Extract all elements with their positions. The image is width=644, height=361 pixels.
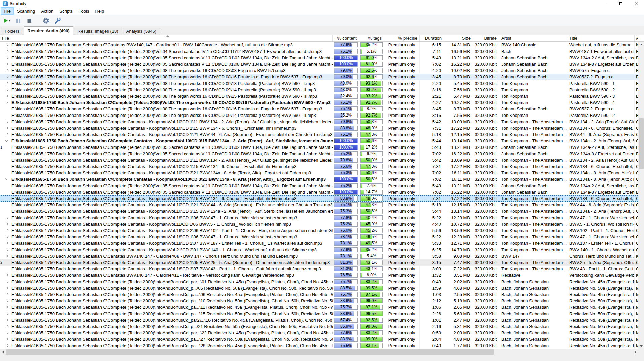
expand-icon[interactable] [6, 255, 8, 257]
column-header-content[interactable]: % content [333, 35, 359, 41]
table-row[interactable]: E:\klassiek\1685-1750 Bach Johann Sebast… [0, 291, 638, 298]
table-row[interactable]: E:\klassiek\1685-1750 Bach Johann Sebast… [0, 202, 638, 208]
scroll-right-arrow[interactable] [633, 349, 638, 355]
expand-icon[interactable] [6, 75, 8, 78]
menu-scanning[interactable]: Scanning [14, 7, 38, 15]
column-header-precise[interactable]: % precise [384, 35, 420, 41]
expand-icon[interactable] [6, 223, 8, 225]
table-row[interactable]: E:\klassiek\1685-1750 Bach Johann Sebast… [0, 119, 638, 125]
expand-icon[interactable] [6, 325, 8, 328]
table-row[interactable]: E:\klassiek\1685-1750 Bach Johann Sebast… [0, 138, 638, 144]
table-row[interactable]: E:\klassiek\1685-1750 Bach Johann Sebast… [0, 42, 638, 48]
expand-icon[interactable] [6, 312, 8, 315]
settings-button[interactable] [41, 16, 51, 25]
menu-file[interactable]: File [1, 7, 14, 15]
table-row[interactable]: E:\klassiek\1685-1750 Bach Johann Sebast… [0, 304, 638, 310]
expand-icon[interactable] [6, 120, 8, 123]
column-header-dur[interactable]: Duration [420, 35, 444, 41]
table-row[interactable]: E:\klassiek\1685-1750 Bach Johann Sebast… [0, 183, 638, 189]
vertical-scrollbar[interactable] [638, 42, 644, 349]
tab-results-audio-490[interactable]: Results: Audio (490) [24, 26, 73, 35]
column-header-title[interactable]: Title [567, 35, 635, 41]
tab-analysis-5846[interactable]: Analysis (5846) [123, 28, 160, 35]
horizontal-scrollbar[interactable] [0, 349, 638, 355]
table-row[interactable]: E:\klassiek\1685-1750 Bach Johann Sebast… [0, 234, 638, 240]
column-header-album[interactable]: Album [635, 35, 638, 41]
table-row[interactable]: E:\klassiek\1685-1750 Bach Johann Sebast… [0, 48, 638, 55]
table-row[interactable]: E:\klassiek\1685-1750 Bach Johann Sebast… [0, 176, 638, 183]
scroll-left-arrow[interactable] [0, 349, 6, 355]
column-header-tags[interactable]: % tags [359, 35, 384, 41]
table-row[interactable]: E:\klassiek\1685-1750 Bach Johann Sebast… [0, 208, 638, 215]
column-header-file[interactable]: File [0, 35, 333, 41]
menu-help[interactable]: Help [92, 7, 107, 15]
expand-icon[interactable] [6, 274, 8, 276]
horizontal-scroll-thumb[interactable] [6, 349, 494, 355]
column-header-artist[interactable]: Artist [499, 35, 567, 41]
expand-icon[interactable] [6, 95, 8, 97]
expand-icon[interactable] [6, 69, 8, 72]
expand-icon[interactable] [6, 50, 8, 53]
table-row[interactable]: E:\klassiek\1685-1750 Bach Johann Sebast… [0, 151, 638, 157]
table-row[interactable]: E:\klassiek\1685-1750 Bach Johann Sebast… [0, 87, 638, 93]
scroll-up-arrow[interactable] [638, 42, 644, 47]
expand-icon[interactable] [6, 242, 8, 244]
table-row[interactable]: E:\klassiek\1685-1750 Bach Johann Sebast… [0, 125, 638, 131]
table-row[interactable]: E:\klassiek\1685-1750 Bach Johann Sebast… [0, 189, 638, 195]
menu-action[interactable]: Action [38, 7, 56, 15]
table-row[interactable]: 1E:\klassiek\1685-1750 Bach Johann Sebas… [0, 144, 638, 151]
table-row[interactable]: E:\klassiek\1685-1750 Bach Johann Sebast… [0, 61, 638, 67]
table-row[interactable]: E:\klassiek\1685-1750 Bach Johann Sebast… [0, 131, 638, 138]
table-row[interactable]: E:\klassiek\1685-1750 Bach Johann Sebast… [0, 310, 638, 317]
expand-icon[interactable] [6, 63, 8, 65]
tab-results-images-18[interactable]: Results: Images (18) [74, 28, 122, 35]
table-row[interactable]: E:\klassiek\1685-1750 Bach Johann Sebast… [0, 93, 638, 99]
table-row[interactable]: E:\klassiek\1685-1750 Bach Johann Sebast… [0, 106, 638, 112]
table-row[interactable]: E:\klassiek\1685-1750 Bach Johann Sebast… [0, 157, 638, 163]
expand-icon[interactable] [6, 319, 8, 321]
table-row[interactable]: E:\klassiek\1685-1750 Bach Johann Sebast… [0, 215, 638, 221]
table-row[interactable]: E:\klassiek\1685-1750 Bach Johann Sebast… [0, 240, 638, 247]
table-row[interactable]: E:\klassiek\1685-1750 Bach Johann Sebast… [0, 80, 638, 87]
play-button[interactable] [2, 16, 12, 25]
expand-icon[interactable] [6, 306, 8, 308]
expand-icon[interactable] [6, 82, 8, 85]
table-row[interactable]: E:\klassiek\1685-1750 Bach Johann Sebast… [0, 227, 638, 234]
expand-icon[interactable] [6, 216, 8, 219]
table-row[interactable]: E:\klassiek\1685-1750 Bach Johann Sebast… [0, 195, 638, 202]
expand-icon[interactable] [6, 229, 8, 232]
table-row[interactable]: E:\klassiek\1685-1750 Bach Johann Sebast… [0, 336, 638, 342]
table-row[interactable]: E:\klassiek\1685-1750 Bach Johann Sebast… [0, 67, 638, 74]
expand-icon[interactable] [6, 299, 8, 302]
minimize-button[interactable] [598, 0, 613, 7]
pause-button[interactable] [13, 16, 23, 25]
table-row[interactable]: E:\klassiek\1685-1750 Bach Johann Sebast… [0, 253, 638, 259]
expand-icon[interactable] [6, 88, 8, 91]
table-row[interactable]: E:\klassiek\1685-1750 Bach Johann Sebast… [0, 74, 638, 80]
column-header-rate[interactable]: Bitrate [473, 35, 499, 41]
table-row[interactable]: E:\klassiek\1685-1750 Bach Johann Sebast… [0, 285, 638, 291]
expand-icon[interactable] [6, 43, 8, 46]
table-row[interactable]: E:\klassiek\1685-1750 Bach Johann Sebast… [0, 342, 638, 349]
repair-button[interactable] [52, 16, 62, 25]
table-row[interactable]: E:\klassiek\1685-1750 Bach Johann Sebast… [0, 247, 638, 253]
expand-icon[interactable] [6, 235, 8, 238]
table-row[interactable]: E:\klassiek\1685-1750 Bach Johann Sebast… [0, 221, 638, 227]
table-row[interactable]: E:\klassiek\1685-1750 Bach Johann Sebast… [0, 99, 638, 106]
tab-folders[interactable]: Folders [1, 28, 23, 35]
table-row[interactable]: E:\klassiek\1685-1750 Bach Johann Sebast… [0, 170, 638, 176]
expand-icon[interactable] [6, 133, 8, 136]
table-row[interactable]: E:\klassiek\1685-1750 Bach Johann Sebast… [0, 323, 638, 330]
table-row[interactable]: E:\klassiek\1685-1750 Bach Johann Sebast… [0, 278, 638, 285]
table-row[interactable]: E:\klassiek\1685-1750 Bach Johann Sebast… [0, 272, 638, 278]
table-row[interactable]: E:\klassiek\1685-1750 Bach Johann Sebast… [0, 298, 638, 304]
table-row[interactable]: 2E:\klassiek\1685-1750 Bach Johann Sebas… [0, 259, 638, 266]
collapse-icon[interactable] [5, 177, 8, 180]
expand-icon[interactable] [6, 338, 8, 340]
menu-scripts[interactable]: Scripts [56, 7, 76, 15]
table-row[interactable]: E:\klassiek\1685-1750 Bach Johann Sebast… [0, 163, 638, 170]
expand-icon[interactable] [6, 293, 8, 296]
table-row[interactable]: E:\klassiek\1685-1750 Bach Johann Sebast… [0, 112, 638, 119]
close-button[interactable] [629, 0, 644, 7]
expand-icon[interactable] [6, 127, 8, 129]
